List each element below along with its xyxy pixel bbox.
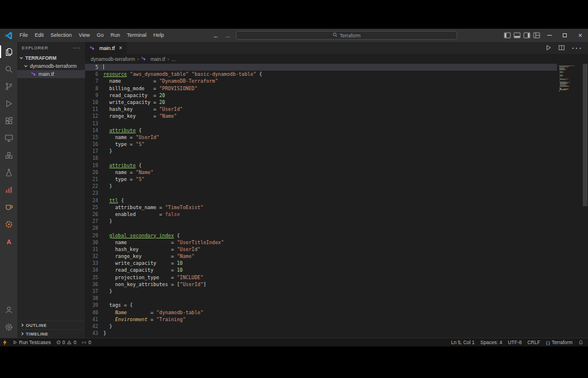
minimap[interactable]	[557, 64, 582, 338]
customize-layout-icon[interactable]	[532, 29, 541, 42]
code-line[interactable]: 28	[85, 225, 557, 232]
remote-indicator[interactable]	[2, 340, 7, 346]
code-line[interactable]: 10 write_capacity = 20	[85, 99, 557, 106]
code-line[interactable]: 26 enabled = false	[85, 211, 557, 218]
tab-main-tf[interactable]: main.tf ×	[85, 42, 127, 54]
code-line[interactable]: 11 hash_key = "UserId"	[85, 106, 557, 113]
letter-a-icon[interactable]: A	[0, 233, 17, 250]
code-line[interactable]: 13	[85, 120, 557, 127]
notifications-bell-icon[interactable]	[578, 340, 583, 345]
code-line[interactable]: 42 }	[85, 323, 557, 330]
code-line[interactable]: 32 range_key = "Name"	[85, 253, 557, 260]
code-line[interactable]: 12 range_key = "Name"	[85, 113, 557, 119]
settings-gear-icon[interactable]	[0, 318, 17, 335]
code-line[interactable]: 18	[85, 155, 557, 161]
menu-selection[interactable]: Selection	[47, 29, 75, 42]
code-line[interactable]: 35 projection_type = "INCLUDE"	[85, 274, 557, 281]
code-line[interactable]: 37 }	[85, 288, 557, 295]
code-line[interactable]: 5	[85, 64, 557, 71]
menu-edit[interactable]: Edit	[32, 29, 48, 42]
code-line[interactable]: 27 }	[85, 218, 557, 225]
containers-icon[interactable]	[0, 146, 17, 164]
forward-arrow-icon[interactable]: →	[225, 32, 231, 39]
explorer-icon[interactable]	[0, 43, 17, 60]
menu-terminal[interactable]: Terminal	[123, 29, 150, 42]
code-line[interactable]: 20 name = "Name"	[85, 169, 557, 176]
code-line[interactable]: 30 name = "UserTitleIndex"	[85, 239, 557, 246]
code-line[interactable]: 21 type = "S"	[85, 176, 557, 183]
run-testcases-button[interactable]: Run Testcases	[13, 340, 51, 345]
run-and-debug-icon[interactable]	[0, 95, 17, 112]
scrollbar-thumb[interactable]	[583, 64, 587, 206]
cursor-position[interactable]: Ln 5, Col 1	[451, 340, 474, 345]
cup-icon[interactable]	[0, 198, 17, 215]
more-actions-icon[interactable]: ···	[571, 43, 582, 53]
breadcrumb-symbol[interactable]: ...	[172, 56, 176, 62]
code-line[interactable]: 31 hash_key = "UserId"	[85, 246, 557, 253]
code-line[interactable]: 34 read_capacity = 10	[85, 267, 557, 273]
vertical-scrollbar[interactable]	[582, 64, 588, 338]
toggle-secondary-sidebar-icon[interactable]	[522, 29, 532, 42]
code-line[interactable]: 8 billing_mode = "PROVISIONED"	[85, 85, 557, 92]
code-line[interactable]: 41 Environment = "Training"	[85, 316, 557, 323]
testing-flask-icon[interactable]	[0, 164, 17, 181]
language-mode[interactable]: { } Terraform	[546, 340, 572, 345]
code-line[interactable]: 43}	[85, 330, 557, 337]
minimize-button[interactable]	[541, 29, 557, 42]
breadcrumb-folder[interactable]: dynamodb-terraform	[91, 56, 135, 62]
code-line[interactable]: 17 }	[85, 148, 557, 155]
back-arrow-icon[interactable]: ←	[213, 32, 219, 39]
menu-help[interactable]: Help	[150, 29, 168, 42]
outline-section[interactable]: OUTLINE	[17, 321, 85, 329]
code-line[interactable]: 14 attribute {	[85, 127, 557, 134]
timeline-section[interactable]: TIMELINE	[17, 329, 85, 338]
code-line[interactable]: 36 non_key_attributes = ["UserId"]	[85, 281, 557, 288]
code-line[interactable]: 9 read_capacity = 20	[85, 92, 557, 99]
search-sidebar-icon[interactable]	[0, 60, 17, 78]
gear-badge-icon[interactable]	[0, 215, 17, 233]
breadcrumb-file[interactable]: main.tf	[150, 56, 165, 62]
code-line[interactable]: 39 tags = {	[85, 302, 557, 308]
code-line[interactable]: 16 type = "S"	[85, 141, 557, 148]
eol-setting[interactable]: CRLF	[527, 340, 540, 345]
split-editor-icon[interactable]	[558, 43, 565, 53]
code-line[interactable]: 6resource "aws_dynamodb_table" "basic-dy…	[85, 71, 557, 78]
run-file-icon[interactable]	[545, 43, 552, 53]
menu-go[interactable]: Go	[93, 29, 107, 42]
menu-file[interactable]: File	[16, 29, 32, 42]
tree-file-main-tf[interactable]: main.tf	[17, 70, 85, 78]
source-control-icon[interactable]	[0, 78, 17, 95]
code-line[interactable]: 7 name = "DynamoDB-Terraform"	[85, 78, 557, 84]
toggle-panel-icon[interactable]	[512, 29, 522, 42]
errors-warnings[interactable]: 0 0	[56, 340, 76, 345]
menu-run[interactable]: Run	[107, 29, 123, 42]
code-line[interactable]: 38	[85, 295, 557, 302]
code-line[interactable]: 29 global_secondary_index {	[85, 232, 557, 239]
account-icon[interactable]	[0, 301, 17, 318]
encoding-setting[interactable]: UTF-8	[508, 340, 521, 345]
code-line[interactable]: 25 attribute_name = "TimeToExist"	[85, 204, 557, 211]
remote-explorer-icon[interactable]	[0, 129, 17, 146]
bar-chart-icon[interactable]	[0, 181, 17, 198]
ports-indicator[interactable]: 0	[82, 340, 91, 345]
extensions-icon[interactable]	[0, 112, 17, 129]
menu-view[interactable]: View	[75, 29, 93, 42]
indentation-setting[interactable]: Spaces: 4	[481, 340, 502, 345]
tab-close-icon[interactable]: ×	[119, 45, 122, 51]
code-line[interactable]: 15 name = "UserId"	[85, 134, 557, 141]
maximize-button[interactable]	[557, 29, 572, 42]
code-line[interactable]: 33 write_capacity = 10	[85, 260, 557, 267]
code-line[interactable]: 22 }	[85, 183, 557, 190]
tree-folder-dynamodb-terraform[interactable]: dynamodb-terraform	[17, 62, 85, 70]
line-number: 20	[85, 169, 103, 176]
toggle-sidebar-icon[interactable]	[502, 29, 512, 42]
code-lines[interactable]: 56resource "aws_dynamodb_table" "basic-d…	[85, 64, 557, 338]
code-line[interactable]: 24 ttl {	[85, 197, 557, 204]
code-line[interactable]: 19 attribute {	[85, 162, 557, 169]
code-line[interactable]: 40 Name = "dynamodb-table"	[85, 309, 557, 316]
command-center-search[interactable]: Terraform	[236, 31, 457, 40]
sidebar-more-actions-icon[interactable]: ···	[73, 45, 80, 51]
tree-root-terraform[interactable]: TERRAFORM	[17, 54, 85, 62]
close-button[interactable]: ×	[572, 29, 588, 42]
code-line[interactable]: 23	[85, 190, 557, 196]
